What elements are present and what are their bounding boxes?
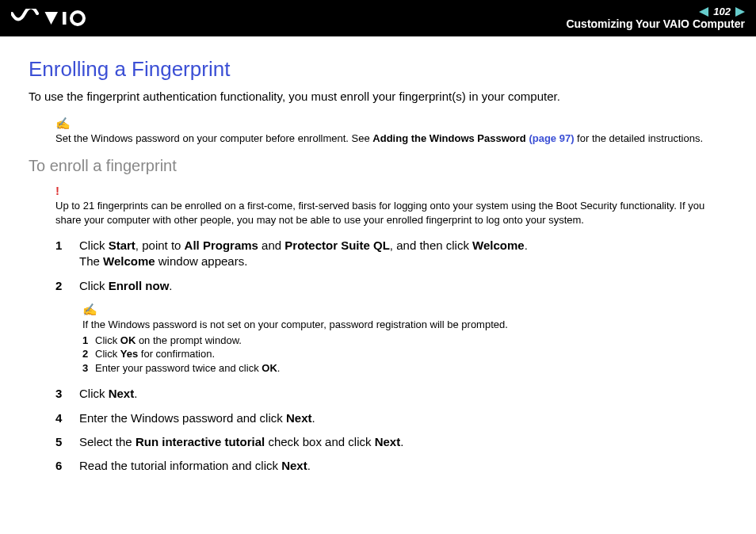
page-title: Enrolling a Fingerprint	[29, 57, 727, 82]
substep-2: 2Click Yes for confirmation.	[82, 347, 727, 361]
svg-rect-1	[63, 12, 67, 25]
step-num: 3	[55, 386, 65, 402]
step-1: 1 Click Start, point to All Programs and…	[55, 238, 727, 270]
note1-pre: Set the Windows password on your compute…	[55, 132, 372, 144]
step-4: 4 Enter the Windows password and click N…	[55, 410, 727, 426]
note1-post: for the detailed instructions.	[574, 132, 703, 144]
substep-3: 3Enter your password twice and click OK.	[82, 361, 727, 376]
step-body: Click Next.	[79, 386, 137, 402]
page-navigation: 102	[566, 6, 745, 18]
step-num: 1	[55, 238, 65, 270]
note2-intro: If the Windows password is not set on yo…	[82, 318, 727, 332]
step-body: Click Enroll now.	[79, 278, 173, 294]
step-num: 2	[55, 278, 65, 294]
steps-list: 1 Click Start, point to All Programs and…	[55, 238, 727, 474]
svg-marker-4	[735, 7, 745, 17]
prev-page-icon[interactable]	[699, 7, 708, 17]
warning-text: Up to 21 fingerprints can be enrolled on…	[55, 200, 704, 226]
step-num: 5	[55, 434, 65, 450]
step-2: 2 Click Enroll now.	[55, 278, 727, 294]
note-block-1: ✍ Set the Windows password on your compu…	[55, 116, 727, 146]
step-num: 4	[55, 410, 65, 426]
note1-link-text: Adding the Windows Password	[372, 132, 525, 144]
note-icon: ✍	[55, 116, 727, 132]
subtitle: To enroll a fingerprint	[29, 157, 727, 175]
next-page-icon[interactable]	[735, 7, 745, 17]
vaio-logo	[11, 9, 98, 28]
svg-point-2	[71, 12, 84, 25]
note1-link-page[interactable]: (page 97)	[529, 132, 574, 144]
svg-marker-3	[699, 7, 708, 17]
step-num: 6	[55, 458, 65, 474]
step-body: Read the tutorial information and click …	[79, 458, 311, 474]
step-6: 6 Read the tutorial information and clic…	[55, 458, 727, 474]
section-title: Customizing Your VAIO Computer	[566, 17, 745, 31]
page-number: 102	[713, 6, 731, 18]
content-area: Enrolling a Fingerprint To use the finge…	[0, 36, 756, 474]
step-3: 3 Click Next.	[55, 386, 727, 402]
header-bar: 102 Customizing Your VAIO Computer	[0, 0, 756, 36]
step-body: Enter the Windows password and click Nex…	[79, 410, 315, 426]
substep-1: 1Click OK on the prompt window.	[82, 334, 727, 348]
step-5: 5 Select the Run interactive tutorial ch…	[55, 434, 727, 450]
svg-marker-0	[45, 12, 59, 25]
warning-icon: !	[55, 183, 727, 199]
header-right: 102 Customizing Your VAIO Computer	[566, 6, 745, 31]
step-body: Select the Run interactive tutorial chec…	[79, 434, 403, 450]
sub-steps: 1Click OK on the prompt window. 2Click Y…	[82, 334, 727, 376]
warning-block: ! Up to 21 fingerprints can be enrolled …	[55, 183, 727, 227]
note-icon: ✍	[82, 302, 727, 318]
intro-text: To use the fingerprint authentication fu…	[29, 90, 727, 103]
note-block-2: ✍ If the Windows password is not set on …	[82, 302, 727, 375]
step-body: Click Start, point to All Programs and P…	[79, 238, 528, 270]
